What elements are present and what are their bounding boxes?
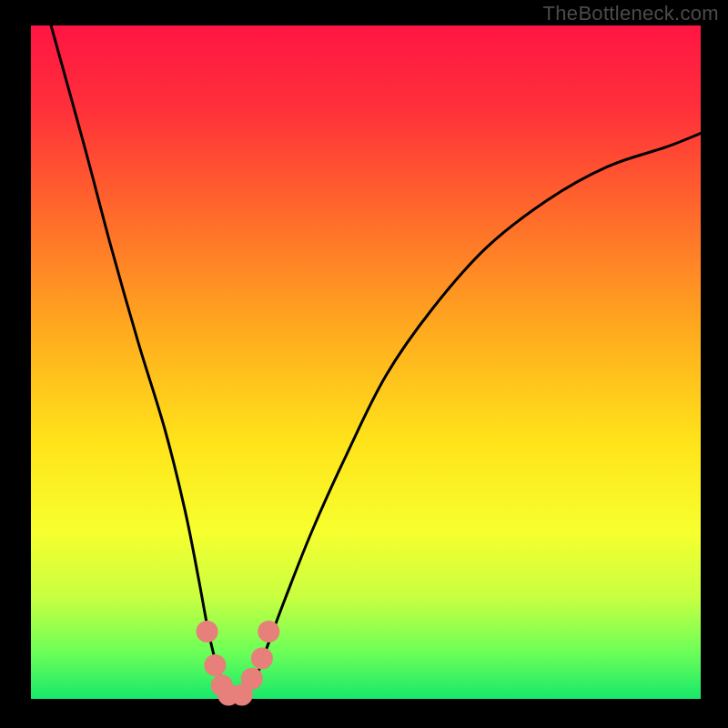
plot-background: [31, 25, 701, 699]
bottleneck-chart: [0, 0, 728, 728]
watermark-text: TheBottleneck.com: [543, 2, 719, 25]
curve-marker: [204, 654, 226, 676]
chart-stage: TheBottleneck.com: [0, 0, 728, 728]
curve-marker: [241, 668, 263, 690]
curve-marker: [258, 621, 279, 642]
curve-marker: [197, 621, 218, 642]
curve-marker: [251, 648, 273, 670]
